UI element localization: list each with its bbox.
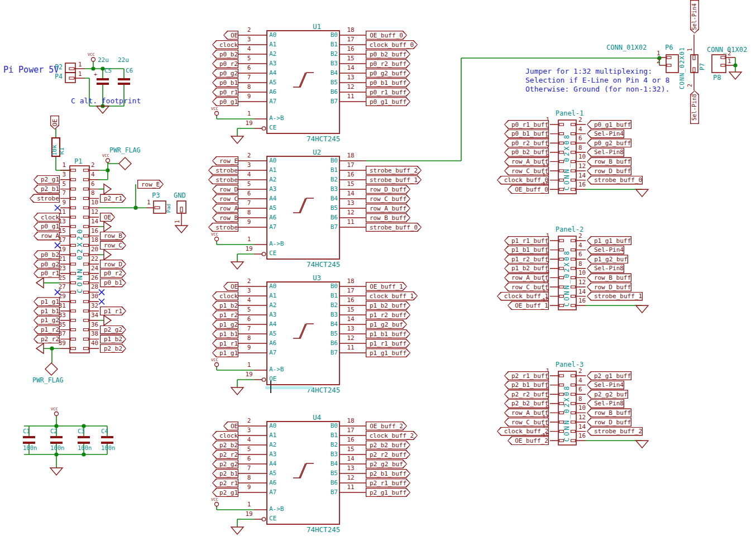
- net-label[interactable]: p2_g1_buff: [366, 488, 410, 497]
- vcc-symbol[interactable]: [215, 363, 219, 367]
- net-label[interactable]: p0_g1: [212, 97, 238, 106]
- net-label[interactable]: OE: [223, 422, 238, 430]
- net-label[interactable]: row_B_buff: [587, 273, 631, 282]
- net-label[interactable]: p0_b1_buff: [366, 78, 410, 87]
- capacitor-plate[interactable]: [50, 442, 63, 444]
- component-body[interactable]: [691, 55, 698, 73]
- net-label[interactable]: strobe_buff_1: [366, 175, 422, 184]
- net-label[interactable]: p0_b2_buff: [366, 50, 410, 59]
- net-label[interactable]: strobe: [208, 175, 238, 184]
- net-label[interactable]: row_B_buff: [587, 408, 631, 417]
- net-label[interactable]: clock_buff_2: [366, 431, 418, 440]
- capacitor-plate[interactable]: [78, 436, 90, 438]
- net-label[interactable]: p1_g2_buf: [366, 320, 407, 329]
- vcc-symbol[interactable]: [215, 502, 219, 506]
- net-label[interactable]: row_D_buff: [366, 185, 410, 194]
- net-label[interactable]: p2_r2_buff: [366, 450, 410, 459]
- net-label[interactable]: OE_buff_1: [508, 301, 549, 310]
- net-label[interactable]: strobe_buff_1: [587, 292, 643, 301]
- net-label[interactable]: Sel-Pin4: [587, 246, 624, 255]
- component-body[interactable]: [712, 55, 726, 73]
- net-label[interactable]: clock_buff_0: [366, 40, 418, 49]
- net-label[interactable]: p2_r2: [212, 450, 238, 459]
- net-label[interactable]: p0_r1_buff: [366, 88, 410, 97]
- net-label[interactable]: p0_g1_buff: [366, 97, 410, 106]
- capacitor-plate[interactable]: [101, 436, 113, 438]
- net-label[interactable]: p2_b2: [212, 441, 238, 449]
- gnd-symbol[interactable]: [231, 527, 243, 534]
- capacitor-plate[interactable]: [50, 436, 63, 438]
- net-label[interactable]: row_B_buff: [587, 157, 631, 166]
- gnd-symbol[interactable]: [50, 468, 63, 475]
- capacitor-plate[interactable]: [23, 436, 35, 438]
- net-label[interactable]: p2_b1: [212, 469, 238, 478]
- net-label[interactable]: p0_g2_buff: [366, 69, 410, 78]
- gnd-symbol[interactable]: [231, 387, 243, 395]
- pwr-flag-symbol[interactable]: [45, 363, 58, 375]
- net-label[interactable]: strobe_buff_2: [366, 166, 422, 175]
- net-label[interactable]: Sel-Pin8: [587, 148, 624, 157]
- net-label[interactable]: p2_g2: [212, 459, 238, 468]
- net-label[interactable]: clock: [212, 431, 238, 440]
- net-label[interactable]: OE_buff_0: [366, 31, 407, 40]
- net-label[interactable]: Sel-Pin4: [587, 381, 624, 390]
- net-label[interactable]: p1_r2: [212, 310, 238, 319]
- net-label[interactable]: strobe: [208, 223, 238, 232]
- net-label[interactable]: p1_g2: [212, 320, 238, 329]
- net-label[interactable]: p1_b1_buff: [366, 329, 410, 338]
- net-label[interactable]: strobe_buff_0: [587, 176, 643, 185]
- net-label[interactable]: p1_g1_buff: [366, 348, 410, 357]
- net-label[interactable]: p1_b1: [212, 329, 238, 338]
- vcc-symbol[interactable]: [215, 237, 219, 241]
- net-label[interactable]: p0_b2: [212, 50, 238, 59]
- capacitor-plate[interactable]: [78, 442, 90, 444]
- net-label[interactable]: p0_r1: [212, 88, 238, 97]
- capacitor-plate[interactable]: [118, 78, 130, 80]
- net-label[interactable]: OE_buff_0: [508, 185, 549, 194]
- net-label[interactable]: Sel-Pin4: [587, 130, 624, 138]
- net-label[interactable]: p2_r1: [212, 478, 238, 487]
- net-label[interactable]: clock: [212, 291, 238, 300]
- vcc-symbol[interactable]: [55, 412, 59, 416]
- net-label[interactable]: OE: [223, 31, 238, 40]
- net-label[interactable]: p1_b2: [212, 301, 238, 310]
- net-label[interactable]: p1_r1_buff: [366, 339, 410, 348]
- net-label[interactable]: clock_buff_1: [366, 291, 418, 300]
- net-label[interactable]: strobe_buff_0: [366, 223, 422, 232]
- net-label[interactable]: p1_g1_buff: [587, 236, 631, 245]
- net-label[interactable]: p0_r2_buff: [366, 59, 410, 68]
- net-label[interactable]: row_B: [212, 213, 238, 222]
- net-label[interactable]: p1_g2_buf: [587, 255, 628, 264]
- net-label[interactable]: p1_r2_buff: [366, 310, 410, 319]
- net-label[interactable]: Sel-Pin8: [587, 264, 624, 273]
- capacitor-plate[interactable]: [23, 442, 35, 444]
- gnd-symbol[interactable]: [636, 305, 648, 313]
- net-label[interactable]: OE: [223, 282, 238, 291]
- capacitor-plate[interactable]: [97, 83, 109, 85]
- net-label-vertical[interactable]: Sel-Pin4: [690, 0, 699, 33]
- gnd-symbol[interactable]: [36, 343, 44, 353]
- net-label[interactable]: strobe: [208, 166, 238, 175]
- net-label[interactable]: OE_buff_1: [366, 282, 407, 291]
- net-label[interactable]: OE_buff_2: [366, 422, 407, 430]
- gnd-symbol[interactable]: [175, 226, 188, 233]
- net-label[interactable]: row_D_buff: [587, 418, 631, 427]
- net-label[interactable]: p2_b1_buff: [366, 469, 410, 478]
- net-label[interactable]: row_E: [212, 156, 238, 165]
- net-label[interactable]: row_D_buff: [587, 166, 631, 175]
- net-label[interactable]: p1_b2_buff: [366, 301, 410, 310]
- net-label[interactable]: p2_g2_buf: [587, 390, 628, 399]
- net-label[interactable]: row_C_buff: [366, 194, 410, 203]
- net-label[interactable]: p2_r1_buff: [366, 478, 410, 487]
- net-label[interactable]: p0_b1: [212, 78, 238, 87]
- net-label[interactable]: p2_g2_buf: [366, 459, 407, 468]
- net-label[interactable]: p0_g2: [212, 69, 238, 78]
- net-label[interactable]: row_A_buff: [366, 204, 410, 213]
- net-label[interactable]: row_B_buff: [366, 213, 410, 222]
- net-label-vertical[interactable]: Sel-Pin8: [690, 90, 699, 124]
- gnd-symbol[interactable]: [231, 136, 243, 143]
- capacitor-plate[interactable]: [118, 83, 130, 85]
- net-label[interactable]: p0_r2: [212, 59, 238, 68]
- vcc-symbol[interactable]: [215, 112, 219, 116]
- gnd-symbol[interactable]: [231, 262, 243, 269]
